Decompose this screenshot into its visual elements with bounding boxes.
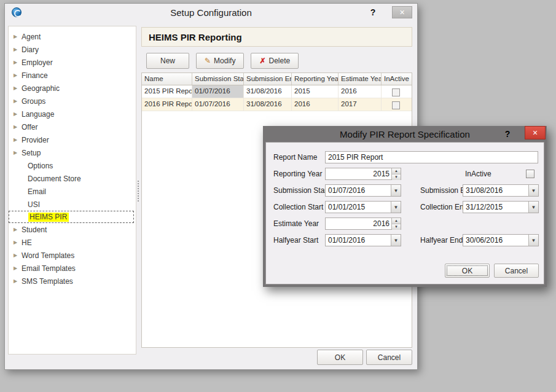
- chevron-right-icon[interactable]: ▶: [14, 85, 22, 91]
- cell-reporting-year[interactable]: 2015: [292, 85, 339, 98]
- spin-down-icon[interactable]: ▼: [392, 174, 401, 180]
- column-header-reporting-year[interactable]: Reporting Year: [292, 73, 339, 85]
- sidebar-item-label: USI: [28, 200, 40, 209]
- chevron-right-icon[interactable]: ▶: [14, 47, 22, 52]
- modal-close-icon[interactable]: ×: [525, 126, 546, 139]
- cell-submission-end[interactable]: 31/08/2016: [244, 85, 292, 98]
- modal-ok-button[interactable]: OK: [445, 264, 490, 278]
- sidebar-item-employer[interactable]: ▶Employer: [9, 56, 134, 69]
- collection-end-field[interactable]: [463, 202, 528, 213]
- sidebar-item-he[interactable]: ▶HE: [9, 236, 134, 249]
- cell-name[interactable]: 2015 PIR Report: [142, 85, 192, 98]
- ok-button[interactable]: OK: [317, 350, 363, 365]
- spin-down-icon[interactable]: ▼: [392, 224, 401, 230]
- sidebar-item-agent[interactable]: ▶Agent: [9, 30, 134, 43]
- sidebar-item-geographic[interactable]: ▶Geographic: [9, 82, 134, 95]
- sidebar-item-label: Diary: [22, 45, 39, 54]
- submission-start-label: Submission Start: [273, 186, 329, 195]
- column-header-estimate-year[interactable]: Estimate Year: [339, 73, 382, 85]
- cell-estimate-year[interactable]: 2016: [339, 85, 382, 98]
- inactive-checkbox[interactable]: [526, 170, 534, 178]
- submission-start-field[interactable]: [326, 185, 391, 196]
- table-row[interactable]: 2016 PIR Report 01/07/2016 31/08/2016 20…: [142, 98, 412, 111]
- halfyear-end-label: Halfyear End: [420, 236, 463, 245]
- cell-reporting-year[interactable]: 2016: [292, 98, 339, 111]
- dropdown-arrow-icon[interactable]: ▼: [528, 202, 538, 213]
- toolbar: New ✎Modify ✗Delete: [146, 53, 299, 69]
- halfyear-start-label: Halfyear Start: [273, 236, 318, 245]
- dropdown-arrow-icon[interactable]: ▼: [391, 235, 401, 246]
- chevron-right-icon[interactable]: ▶: [14, 124, 22, 130]
- help-icon[interactable]: ?: [368, 7, 378, 17]
- cell-inactive: [382, 85, 410, 98]
- cell-estimate-year[interactable]: 2017: [339, 98, 382, 111]
- halfyear-end-field[interactable]: [463, 235, 528, 246]
- cell-submission-end[interactable]: 31/08/2016: [244, 98, 292, 111]
- dropdown-arrow-icon[interactable]: ▼: [391, 202, 401, 213]
- column-header-name[interactable]: Name: [142, 73, 192, 85]
- sidebar-item-email[interactable]: Email: [9, 185, 134, 198]
- delete-button-label: Delete: [268, 57, 290, 65]
- sidebar-item-heims-pir[interactable]: HEIMS PIR: [9, 211, 134, 223]
- sidebar-item-email-templates[interactable]: ▶Email Templates: [9, 262, 134, 275]
- sidebar-item-label: SMS Templates: [22, 277, 73, 286]
- sidebar-item-options[interactable]: Options: [9, 159, 134, 172]
- sidebar-item-document-store[interactable]: Document Store: [9, 172, 134, 185]
- delete-button[interactable]: ✗Delete: [251, 53, 299, 69]
- splitter-handle[interactable]: [138, 181, 140, 202]
- chevron-right-icon[interactable]: ▶: [14, 98, 22, 104]
- halfyear-start-field[interactable]: [326, 235, 391, 246]
- sidebar-item-diary[interactable]: ▶Diary: [9, 43, 134, 56]
- chevron-right-icon[interactable]: ▶: [14, 34, 22, 39]
- chevron-right-icon[interactable]: ▶: [14, 150, 22, 155]
- sidebar-item-label: Options: [28, 162, 53, 170]
- sidebar-item-student[interactable]: ▶Student: [9, 223, 134, 236]
- sidebar-item-sms-templates[interactable]: ▶SMS Templates: [9, 275, 134, 288]
- cell-inactive: [382, 98, 410, 111]
- sidebar-item-setup[interactable]: ▶Setup: [9, 146, 134, 159]
- sidebar-item-language[interactable]: ▶Language: [9, 108, 134, 120]
- chevron-right-icon[interactable]: ▶: [14, 73, 22, 78]
- chevron-right-icon[interactable]: ▶: [14, 111, 22, 117]
- chevron-right-icon[interactable]: ▶: [14, 278, 22, 284]
- modal-titlebar: Modify PIR Report Specification ? ×: [265, 126, 544, 142]
- chevron-right-icon[interactable]: ▶: [14, 253, 22, 258]
- sidebar-item-finance[interactable]: ▶Finance: [9, 69, 134, 82]
- estimate-year-field[interactable]: [326, 218, 391, 229]
- sidebar-item-provider[interactable]: ▶Provider: [9, 133, 134, 146]
- close-icon[interactable]: ×: [392, 6, 412, 18]
- modal-help-icon[interactable]: ?: [503, 129, 512, 139]
- chevron-right-icon[interactable]: ▶: [14, 240, 22, 245]
- reporting-year-field[interactable]: [326, 168, 391, 179]
- chevron-right-icon[interactable]: ▶: [14, 227, 22, 232]
- table-row[interactable]: 2015 PIR Report 01/07/2016 31/08/2016 20…: [142, 85, 412, 98]
- modal-cancel-button[interactable]: Cancel: [494, 264, 539, 278]
- dropdown-arrow-icon[interactable]: ▼: [391, 185, 401, 196]
- chevron-right-icon[interactable]: ▶: [14, 137, 22, 143]
- column-header-submission-start[interactable]: Submission Start: [192, 73, 244, 85]
- sidebar-item-groups[interactable]: ▶Groups: [9, 95, 134, 108]
- spin-up-icon[interactable]: ▲: [392, 218, 401, 224]
- report-name-field[interactable]: [325, 151, 538, 163]
- new-button[interactable]: New: [146, 53, 189, 69]
- cell-submission-start[interactable]: 01/07/2016: [192, 85, 244, 98]
- dropdown-arrow-icon[interactable]: ▼: [528, 185, 538, 196]
- chevron-right-icon[interactable]: ▶: [14, 265, 22, 271]
- sidebar-item-usi[interactable]: USI: [9, 198, 134, 211]
- modify-button[interactable]: ✎Modify: [196, 53, 244, 69]
- cell-name[interactable]: 2016 PIR Report: [142, 98, 192, 111]
- sidebar-item-offer[interactable]: ▶Offer: [9, 120, 134, 133]
- collection-start-field[interactable]: [326, 202, 391, 213]
- sidebar-item-word-templates[interactable]: ▶Word Templates: [9, 249, 134, 262]
- submission-end-field[interactable]: [463, 185, 528, 196]
- inactive-checkbox[interactable]: [392, 101, 400, 109]
- column-header-inactive[interactable]: InActive: [382, 73, 410, 85]
- cancel-button[interactable]: Cancel: [366, 350, 412, 365]
- inactive-checkbox[interactable]: [392, 88, 400, 96]
- cell-submission-start[interactable]: 01/07/2016: [192, 98, 244, 111]
- spin-up-icon[interactable]: ▲: [392, 168, 401, 174]
- chevron-right-icon[interactable]: ▶: [14, 60, 22, 65]
- column-header-submission-end[interactable]: Submission End: [244, 73, 292, 85]
- dropdown-arrow-icon[interactable]: ▼: [528, 235, 538, 246]
- pencil-icon: ✎: [205, 57, 211, 65]
